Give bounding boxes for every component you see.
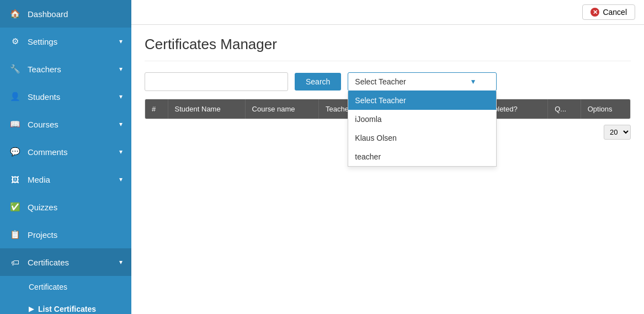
courses-icon: 📖 [9, 118, 21, 130]
dropdown-item-teacher[interactable]: teacher [348, 147, 496, 166]
cancel-icon: ✕ [590, 8, 599, 17]
chevron-down-icon: ▼ [470, 78, 476, 86]
col-student-name: Student Name [168, 99, 245, 119]
chevron-down-icon: ▾ [119, 120, 123, 128]
chevron-down-icon: ▾ [119, 93, 123, 100]
sidebar-item-label: Dashboard [28, 9, 68, 19]
col-course-name: Course name [245, 99, 318, 119]
quizzes-icon: ✅ [9, 201, 21, 213]
sidebar-item-label: Teachers [28, 65, 61, 74]
chevron-down-icon: ▾ [119, 175, 123, 183]
teacher-select-wrapper[interactable]: Select Teacher ▼ Select Teacher iJoomla … [348, 72, 497, 91]
sidebar-item-label: Certificates [28, 258, 69, 267]
sidebar-item-quizzes[interactable]: ✅ Quizzes [0, 193, 131, 221]
sidebar-item-media[interactable]: 🖼 Media ▾ [0, 166, 131, 193]
toolbar: Search Select Teacher ▼ Select Teacher i… [145, 72, 631, 91]
chevron-down-icon: ▾ [119, 148, 123, 156]
sidebar-item-label: Media [28, 175, 50, 184]
dropdown-item-ijoomla[interactable]: iJoomla [348, 110, 496, 129]
settings-icon: ⚙ [9, 35, 21, 47]
sidebar-sub-item-list-certificates[interactable]: ▶ List Certificates [0, 298, 131, 314]
chevron-down-icon: ▾ [119, 38, 123, 45]
dropdown-item-select-teacher[interactable]: Select Teacher [348, 91, 496, 110]
page-size-select[interactable]: 5 10 15 20 25 50 [604, 125, 631, 140]
chevron-down-icon: ▾ [119, 65, 123, 73]
select-teacher-label: Select Teacher [355, 77, 406, 86]
main-content: ✕ Cancel Certificates Manager Search Sel… [131, 0, 644, 314]
students-icon: 👤 [9, 91, 21, 103]
sidebar-item-settings[interactable]: ⚙ Settings ▾ [0, 28, 131, 55]
cancel-label: Cancel [603, 8, 627, 17]
search-button[interactable]: Search [295, 73, 341, 91]
sidebar-item-label: Comments [28, 147, 68, 157]
comments-icon: 💬 [9, 146, 21, 158]
col-quiz-passed: Q... [548, 99, 581, 119]
sidebar-item-teachers[interactable]: 🔧 Teachers ▾ [0, 55, 131, 83]
dropdown-item-klaus-olsen[interactable]: Klaus Olsen [348, 129, 496, 147]
projects-icon: 📋 [9, 228, 21, 241]
sidebar-sub-item-certificates[interactable]: Certificates [0, 276, 131, 298]
sidebar-item-courses[interactable]: 📖 Courses ▾ [0, 110, 131, 138]
sidebar: 🏠 Dashboard ⚙ Settings ▾ 🔧 Teachers ▾ 👤 … [0, 0, 131, 314]
teachers-icon: 🔧 [9, 63, 21, 75]
sidebar-item-label: Settings [28, 37, 57, 46]
teacher-dropdown-menu: Select Teacher iJoomla Klaus Olsen teach… [348, 91, 497, 167]
sidebar-item-label: Quizzes [28, 203, 57, 212]
bullet-icon: ▶ [29, 305, 34, 313]
sidebar-item-students[interactable]: 👤 Students ▾ [0, 83, 131, 110]
col-options: Options [581, 99, 630, 119]
col-num: # [145, 99, 168, 119]
sidebar-item-projects[interactable]: 📋 Projects [0, 221, 131, 248]
cancel-button[interactable]: ✕ Cancel [582, 4, 635, 20]
sidebar-item-dashboard[interactable]: 🏠 Dashboard [0, 0, 131, 28]
chevron-down-icon: ▾ [119, 258, 123, 266]
top-bar: ✕ Cancel [131, 0, 644, 25]
search-input[interactable] [145, 72, 288, 91]
sidebar-item-certificates[interactable]: 🏷 Certificates ▾ [0, 248, 131, 276]
page-title: Certificates Manager [145, 36, 631, 61]
sidebar-item-label: Projects [28, 230, 57, 240]
sidebar-item-label: Students [28, 92, 60, 102]
sidebar-item-comments[interactable]: 💬 Comments ▾ [0, 138, 131, 166]
sidebar-sub-item-label: Certificates [29, 283, 67, 291]
media-icon: 🖼 [9, 173, 21, 185]
sidebar-sub-item-label: List Certificates [38, 305, 96, 313]
content-area: Certificates Manager Search Select Teach… [131, 25, 644, 314]
certificates-icon: 🏷 [9, 256, 21, 268]
teacher-select-trigger[interactable]: Select Teacher ▼ [348, 72, 497, 91]
sidebar-item-label: Courses [28, 120, 58, 129]
dashboard-icon: 🏠 [9, 8, 21, 20]
